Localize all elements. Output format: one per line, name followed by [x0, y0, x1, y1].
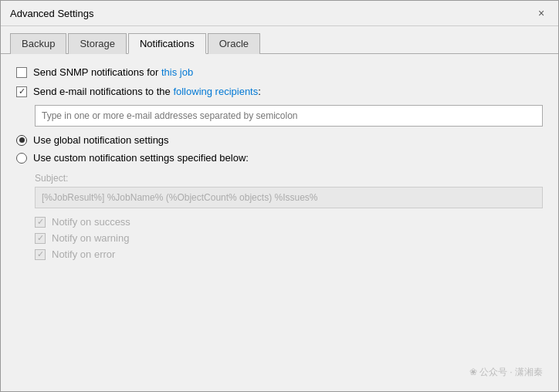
snmp-checkbox[interactable] [16, 67, 27, 78]
watermark: ❀ 公众号 · 潇湘秦 [469, 366, 543, 379]
window-title: Advanced Settings [10, 8, 93, 19]
advanced-settings-window: Advanced Settings × Backup Storage Notif… [0, 0, 559, 392]
email-label-link: following recipients [173, 86, 258, 97]
notify-error-checkbox [35, 249, 46, 260]
snmp-label: Send SNMP notifications for this job [33, 66, 193, 78]
global-radio-label: Use global notification settings [33, 134, 169, 146]
notify-success-wrapper: Notify on success [35, 216, 543, 228]
notify-success-checkbox [35, 217, 46, 228]
subject-section: Subject: Notify on success Notify on war… [35, 173, 543, 260]
tab-oracle[interactable]: Oracle [208, 33, 260, 54]
tab-backup[interactable]: Backup [10, 33, 66, 54]
notify-error-wrapper: Notify on error [35, 248, 543, 260]
global-radio-wrapper[interactable]: Use global notification settings [16, 134, 543, 146]
custom-radio[interactable] [16, 153, 27, 164]
subject-input [35, 187, 543, 208]
snmp-row: Send SNMP notifications for this job [16, 66, 543, 78]
custom-radio-label: Use custom notification settings specifi… [33, 152, 249, 164]
email-input[interactable] [35, 105, 543, 127]
email-checkbox-wrapper[interactable]: Send e-mail notifications to the followi… [16, 86, 261, 97]
notify-warning-checkbox [35, 233, 46, 244]
close-button[interactable]: × [534, 5, 549, 21]
notify-checks: Notify on success Notify on warning Noti… [35, 216, 543, 260]
notify-warning-wrapper: Notify on warning [35, 232, 543, 244]
window-body: Backup Storage Notifications Oracle Send… [1, 26, 558, 391]
notify-error-label: Notify on error [52, 248, 115, 260]
notify-success-label: Notify on success [52, 216, 130, 228]
snmp-label-before: Send SNMP notifications for [33, 66, 161, 78]
email-label: Send e-mail notifications to the followi… [33, 86, 261, 97]
email-row: Send e-mail notifications to the followi… [16, 86, 543, 97]
email-checkbox[interactable] [16, 86, 27, 97]
title-bar: Advanced Settings × [1, 1, 558, 26]
subject-label: Subject: [35, 173, 543, 184]
snmp-checkbox-wrapper[interactable]: Send SNMP notifications for this job [16, 66, 193, 78]
radio-group: Use global notification settings Use cus… [16, 134, 543, 164]
snmp-label-link: this job [161, 66, 193, 78]
custom-radio-wrapper[interactable]: Use custom notification settings specifi… [16, 152, 543, 164]
email-label-before: Send e-mail notifications to the [33, 86, 173, 97]
tab-storage[interactable]: Storage [68, 33, 127, 54]
notifications-tab-content: Send SNMP notifications for this job Sen… [1, 54, 558, 391]
notify-warning-label: Notify on warning [52, 232, 129, 244]
global-radio[interactable] [16, 135, 27, 146]
tab-notifications[interactable]: Notifications [128, 33, 206, 54]
tab-bar: Backup Storage Notifications Oracle [1, 26, 558, 54]
email-label-after: : [258, 86, 261, 97]
